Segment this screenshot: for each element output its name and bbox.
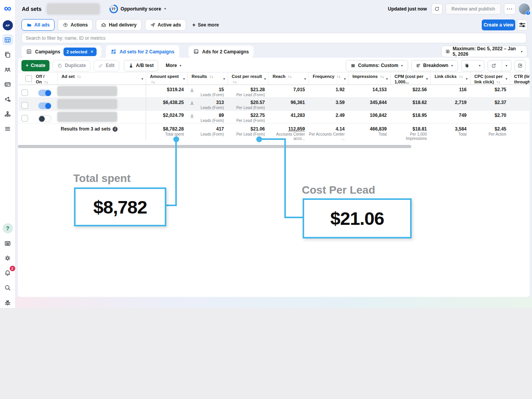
col-header-frequency[interactable]: Frequency ↑↓▼ [309,72,349,85]
close-icon[interactable]: ✕ [90,49,93,54]
notifications-button[interactable]: 2 [2,267,13,278]
export-button[interactable]: ▼ [488,60,511,71]
sidebar-item-assets[interactable] [2,108,13,119]
sidebar-item-billing[interactable] [2,79,13,90]
filter-active-ads[interactable]: Active ads [145,19,186,31]
user-avatar[interactable]: f [519,4,530,14]
reports-button[interactable]: ▼ [461,60,484,71]
row-toggle-cell [32,98,58,110]
notification-count-badge: 2 [10,266,15,271]
filter-all-ads[interactable]: All ads [21,19,55,31]
cpm-cell: $18.95 [391,111,431,123]
date-range-selector[interactable]: Maximum: Dec 5, 2022 – Jan 5, 2026 ▼ [441,46,527,57]
ad-set-name-cell [58,85,146,97]
report-bug-button[interactable] [2,297,13,308]
download-icon[interactable] [190,101,194,106]
review-and-publish-button[interactable]: Review and publish [446,4,501,14]
chevron-down-icon: ▼ [520,50,523,53]
sidebar-item-ads-settings[interactable] [2,94,13,104]
col-header-link-clicks[interactable]: Link clicks ↑↓▼ [431,72,470,85]
summary-cpm: $18.81Per 1,000 Impressions [391,124,431,140]
opportunity-score[interactable]: 77 Opportunity score ▼ [109,5,167,13]
send-icon [150,22,155,28]
select-all-checkbox[interactable] [25,75,32,82]
chevron-down-icon: ▼ [183,78,185,81]
business-avatar[interactable]: AP [3,20,13,30]
col-header-cost-per-result[interactable]: Cost per result ↑↓▼ [228,72,269,85]
table-row[interactable]: $6,438.25 313Leads (Form) $20.57Per Lead… [19,98,530,111]
pages-icon [4,51,11,58]
col-header-cpc[interactable]: CPC (cost per link click) ↑↓▼ [470,72,510,85]
amount-spent-cell: $2,024.79 [146,111,188,123]
campaigns-selected-badge[interactable]: 2 selected ✕ [63,48,97,56]
ad-set-toggle[interactable] [38,115,51,122]
col-header-results[interactable]: Results ↑↓▼ [188,72,228,85]
refresh-button[interactable] [432,4,442,14]
col-header-ctr[interactable]: CTR (link through [510,72,530,85]
analyze-button[interactable] [514,60,526,71]
col-header-cpm[interactable]: CPM (cost per 1,000...▼ [391,72,431,85]
settings-button[interactable] [2,252,13,263]
see-more-button[interactable]: + See more [189,19,222,31]
impressions-cell: 106,842 [349,111,391,123]
col-header-ad-set[interactable]: Ad set ↑↓▼ [58,72,146,85]
table-row[interactable]: $319.24 15Leads (Form) $21.28Per Lead (F… [19,85,530,98]
ctr-cell [510,85,530,97]
ad-set-toggle[interactable] [38,90,51,96]
more-button[interactable]: More ▼ [161,60,186,71]
horizontal-scrollbar[interactable] [18,145,411,148]
row-select [19,85,32,97]
cpm-cell: $18.62 [391,98,431,110]
table-row[interactable]: $2,024.79 89Leads (Form) $22.75Per Lead … [19,111,530,124]
help-button[interactable]: ? [2,223,13,234]
redacted-ad-set-name[interactable] [58,112,117,122]
search-button[interactable] [2,282,13,293]
row-checkbox[interactable] [21,89,28,96]
filter-had-delivery[interactable]: Had delivery [96,19,141,31]
sort-icon: ↑↓ [233,80,237,84]
tab-ads[interactable]: Ads for 2 Campaigns [188,46,254,58]
breakdown-button[interactable]: Breakdown ▼ [411,60,458,71]
summary-link-clicks: 3,584Total [431,124,470,140]
facebook-badge-icon: f [526,11,530,15]
download-icon[interactable] [190,114,194,118]
meta-logo-icon[interactable]: ∞ [4,3,11,13]
redacted-ad-set-name[interactable] [58,99,117,109]
row-checkbox[interactable] [21,102,28,109]
view-settings-button[interactable] [517,19,527,30]
more-options-button[interactable]: ··· [504,4,516,14]
filter-actions[interactable]: Actions [58,19,93,31]
create-a-view-button[interactable]: Create a view [482,19,515,30]
create-button[interactable]: + Create [21,60,49,71]
col-header-amount-spent[interactable]: Amount spent ↑↓▼ [146,72,188,85]
col-header-reach[interactable]: Reach ↑↓▼ [269,72,309,85]
impressions-cell: 345,844 [349,98,391,110]
ab-test-button[interactable]: A/B test [124,60,158,71]
sidebar-item-audiences[interactable] [2,64,13,75]
duplicate-button[interactable]: Duplicate [53,60,90,71]
tab-label: Campaigns [35,49,60,55]
columns-button[interactable]: Columns: Custom ▼ [346,60,408,71]
header-select-all[interactable] [19,72,32,85]
sidebar-item-all-tools[interactable] [2,123,13,134]
redacted-ad-set-name[interactable] [58,87,117,96]
annotation-box-total-spent: $8,782 [74,187,166,226]
help-icon: ? [3,223,13,233]
row-checkbox[interactable] [21,115,28,122]
search-filter-bar[interactable] [21,33,527,43]
tab-campaigns[interactable]: Campaigns 2 selected ✕ [21,46,101,58]
updates-button[interactable] [2,238,13,249]
download-icon[interactable] [190,88,194,93]
ad-set-toggle[interactable] [38,102,51,109]
redacted-account-name[interactable] [47,4,99,14]
edit-button[interactable]: Edit [93,60,119,71]
sidebar-item-ads-manager[interactable] [2,34,13,45]
summary-reach: 112,859Accounts Center acco... [269,124,309,140]
col-header-off-on[interactable]: Off / On ↑↓ [32,72,58,85]
search-input[interactable] [26,35,522,41]
sidebar-item-campaigns[interactable] [2,49,13,60]
more-label: More [166,63,177,68]
cpc-cell: $2.75 [470,85,510,97]
col-header-impressions[interactable]: Impressions ↑↓▼ [349,72,391,85]
tab-ad-sets[interactable]: Ad sets for 2 Campaigns [106,45,179,58]
